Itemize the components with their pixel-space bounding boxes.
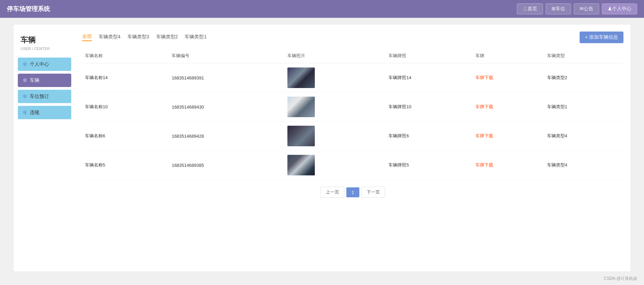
filter-tab-type4[interactable]: 车辆类型4 [99,34,121,41]
car-photo-1 [287,97,315,117]
col-header-plate-text: 车辆牌照 [386,49,472,63]
vehicle-photo-cell [285,92,386,122]
vehicle-photo-cell [285,122,386,151]
license-link-cell[interactable]: 车牌下载 [473,92,544,122]
car-photo-2 [287,126,315,146]
filter-tab-all[interactable]: 全部 [82,34,92,41]
sidebar: 车辆 USER / CENTER ✻ 个人中心 ✻ 车辆 ✻ 车位预订 ✻ 违规 [14,25,75,271]
vehicle-name-cell: 车辆名称6 [82,122,169,151]
license-download-link-3[interactable]: 车牌下载 [475,162,493,168]
header-nav: △首页 ⊞车位 ✉公告 ♟个人中心 [517,3,637,14]
license-link-cell[interactable]: 车牌下载 [473,151,544,180]
sidebar-item-label-violation: 违规 [30,110,39,116]
pagination: 上一页 1 下一页 [82,187,623,198]
snowflake-icon-1: ✻ [23,61,27,67]
add-vehicle-button[interactable]: + 添加车辆信息 [580,32,623,43]
sidebar-item-personal-center[interactable]: ✻ 个人中心 [18,58,71,71]
vehicle-type-cell: 车辆类型1 [544,92,623,122]
main-layout: 车辆 USER / CENTER ✻ 个人中心 ✻ 车辆 ✻ 车位预订 ✻ 违规 [0,18,644,278]
table-row: 车辆名称5 1683514689385 车辆牌照5 车牌下载 车辆类型4 [82,151,623,180]
filter-tab-type1[interactable]: 车辆类型1 [185,34,207,41]
vehicle-name-cell: 车辆名称5 [82,151,169,180]
snowflake-icon-3: ✻ [23,93,27,100]
sidebar-item-parking-reservation[interactable]: ✻ 车位预订 [18,90,71,103]
car-photo-0 [287,67,315,88]
notice-btn[interactable]: ✉公告 [574,3,599,14]
footer-watermark: CSDN @计算机姐 [604,276,637,282]
profile-btn[interactable]: ♟个人中心 [602,3,637,14]
snowflake-icon-4: ✻ [23,109,27,116]
vehicle-type-cell: 车辆类型4 [544,151,623,180]
vehicle-photo-cell [285,151,386,180]
license-plate-text-cell: 车辆牌照5 [386,151,472,180]
col-header-license: 车牌 [473,49,544,63]
sidebar-header: 车辆 USER / CENTER [14,32,75,58]
prev-page-button[interactable]: 上一页 [321,187,344,198]
table-row: 车辆名称14 1683514689391 车辆牌照14 车牌下载 车辆类型2 [82,63,623,92]
table-row: 车辆名称6 1683514689428 车辆牌照6 车牌下载 车辆类型4 [82,122,623,151]
vehicle-number-cell: 1683514689385 [169,151,285,180]
home-btn[interactable]: △首页 [517,3,543,14]
table-row: 车辆名称10 1683514689430 车辆牌照10 车牌下载 车辆类型1 [82,92,623,122]
vehicle-name-cell: 车辆名称14 [82,63,169,92]
filter-tabs: 全部 车辆类型4 车辆类型3 车辆类型2 车辆类型1 [82,34,207,41]
car-photo-3 [287,155,315,175]
snowflake-icon-2: ✻ [23,77,27,84]
vehicle-number-cell: 1683514689430 [169,92,285,122]
filter-tab-type3[interactable]: 车辆类型3 [127,34,149,41]
vehicle-photo-cell [285,63,386,92]
license-download-link-2[interactable]: 车牌下载 [475,133,493,138]
sidebar-item-vehicle[interactable]: ✻ 车辆 [18,74,71,87]
sidebar-menu: ✻ 个人中心 ✻ 车辆 ✻ 车位预订 ✻ 违规 [14,58,75,119]
sidebar-subtitle: USER / CENTER [21,47,69,51]
license-download-link-0[interactable]: 车牌下载 [475,75,493,80]
parking-btn[interactable]: ⊞车位 [546,3,571,14]
header: 停车场管理系统 △首页 ⊞车位 ✉公告 ♟个人中心 [0,0,644,18]
sidebar-item-label-personal-center: 个人中心 [30,61,49,67]
sidebar-item-label-parking-reservation: 车位预订 [30,94,49,100]
filter-tab-type2[interactable]: 车辆类型2 [156,34,178,41]
app-title: 停车场管理系统 [7,5,50,13]
content-panel: 全部 车辆类型4 车辆类型3 车辆类型2 车辆类型1 + 添加车辆信息 车辆名称… [75,25,630,271]
vehicle-type-cell: 车辆类型4 [544,122,623,151]
license-plate-text-cell: 车辆牌照6 [386,122,472,151]
license-download-link-1[interactable]: 车牌下载 [475,104,493,109]
sidebar-item-label-vehicle: 车辆 [30,77,39,84]
license-link-cell[interactable]: 车牌下载 [473,63,544,92]
license-plate-text-cell: 车辆牌照14 [386,63,472,92]
sidebar-title: 车辆 [21,35,69,45]
vehicle-name-cell: 车辆名称10 [82,92,169,122]
license-link-cell[interactable]: 车牌下载 [473,122,544,151]
col-header-photo: 车辆照片 [285,49,386,63]
filter-bar: 全部 车辆类型4 车辆类型3 车辆类型2 车辆类型1 + 添加车辆信息 [82,32,623,43]
vehicle-table: 车辆名称 车辆编号 车辆照片 车辆牌照 车牌 车辆类型 车辆名称14 16835… [82,49,623,180]
current-page-button[interactable]: 1 [346,187,359,197]
vehicle-type-cell: 车辆类型2 [544,63,623,92]
sidebar-item-violation[interactable]: ✻ 违规 [18,106,71,119]
col-header-name: 车辆名称 [82,49,169,63]
license-plate-text-cell: 车辆牌照10 [386,92,472,122]
vehicle-number-cell: 1683514689428 [169,122,285,151]
col-header-number: 车辆编号 [169,49,285,63]
next-page-button[interactable]: 下一页 [361,187,385,198]
col-header-type: 车辆类型 [544,49,623,63]
vehicle-number-cell: 1683514689391 [169,63,285,92]
